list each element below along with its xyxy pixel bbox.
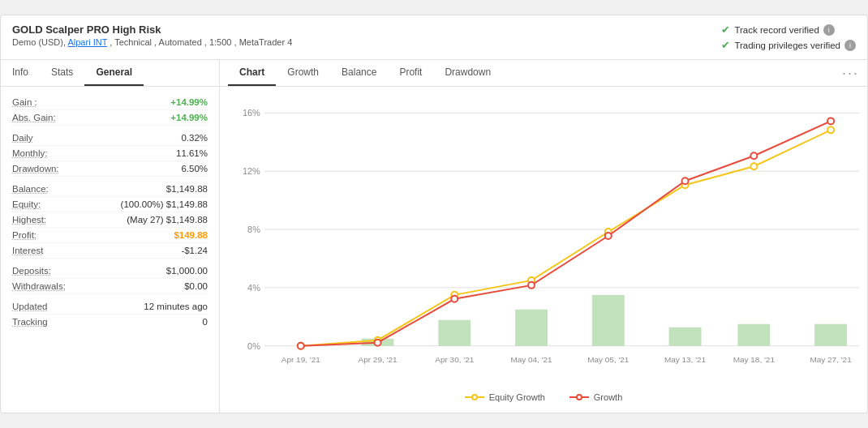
svg-text:May 18, '21: May 18, '21 bbox=[733, 355, 776, 364]
equity-label: Equity: bbox=[12, 199, 41, 209]
svg-text:Apr 19, '21: Apr 19, '21 bbox=[281, 355, 320, 364]
gain-value: +14.99% bbox=[170, 97, 208, 107]
svg-point-24 bbox=[827, 126, 834, 133]
stat-gain: Gain : +14.99% bbox=[12, 95, 208, 110]
svg-point-44 bbox=[577, 395, 582, 400]
info-icon-2[interactable]: i bbox=[844, 40, 856, 51]
legend-equity-growth-label: Equity Growth bbox=[489, 392, 545, 402]
balance-label: Balance: bbox=[12, 184, 49, 194]
svg-rect-14 bbox=[669, 327, 702, 346]
subtitle-prefix: Demo (USD), bbox=[12, 37, 66, 47]
deposits-value: $1,000.00 bbox=[166, 266, 208, 276]
legend-equity-growth: Equity Growth bbox=[465, 392, 545, 402]
svg-point-25 bbox=[298, 343, 304, 349]
interest-value: -$1.24 bbox=[181, 246, 208, 255]
left-tabs-bar: Info Stats General bbox=[1, 60, 219, 87]
equity-value: (100.00%) $1,149.88 bbox=[121, 199, 208, 209]
tab-general[interactable]: General bbox=[84, 60, 144, 86]
header-left: GOLD Scalper PRO High Risk Demo (USD), A… bbox=[12, 24, 292, 47]
check-icon-1: ✔ bbox=[721, 24, 730, 36]
stat-monthly: Monthly: 11.61% bbox=[12, 146, 208, 161]
stat-interest: Interest -$1.24 bbox=[12, 243, 208, 259]
svg-point-30 bbox=[682, 178, 689, 184]
header: GOLD Scalper PRO High Risk Demo (USD), A… bbox=[1, 15, 867, 60]
stats-section: Gain : +14.99% Abs. Gain: +14.99% Daily … bbox=[1, 87, 219, 337]
svg-text:0%: 0% bbox=[247, 341, 260, 351]
tab-info[interactable]: Info bbox=[1, 60, 40, 86]
chart-legend: Equity Growth Growth bbox=[228, 389, 859, 409]
chart-tab-chart[interactable]: Chart bbox=[228, 60, 276, 86]
track-record-verified: ✔ Track record verified i bbox=[721, 24, 856, 36]
svg-rect-16 bbox=[814, 324, 847, 346]
svg-text:8%: 8% bbox=[247, 225, 260, 234]
chart-tab-growth[interactable]: Growth bbox=[276, 60, 330, 86]
svg-text:4%: 4% bbox=[247, 283, 260, 293]
svg-point-27 bbox=[451, 296, 458, 302]
drawdown-label: Drawdown: bbox=[12, 164, 59, 173]
trading-privileges-verified: ✔ Trading privileges verified i bbox=[721, 39, 856, 51]
broker-link[interactable]: Alpari INT bbox=[67, 37, 107, 47]
info-icon-1[interactable]: i bbox=[823, 24, 835, 36]
updated-value: 12 minutes ago bbox=[144, 302, 208, 311]
svg-point-32 bbox=[827, 118, 834, 124]
chart-options-button[interactable]: ··· bbox=[842, 66, 859, 80]
svg-point-28 bbox=[528, 282, 535, 289]
main-content: Info Stats General Gain : +14.99% Abs. G… bbox=[1, 60, 867, 413]
svg-rect-13 bbox=[592, 295, 625, 346]
tab-stats[interactable]: Stats bbox=[40, 60, 84, 86]
svg-text:May 27, '21: May 27, '21 bbox=[810, 355, 852, 364]
monthly-value: 11.61% bbox=[176, 148, 208, 158]
chart-area: 0% 4% 8% 12% 16% bbox=[220, 87, 867, 413]
legend-growth: Growth bbox=[569, 392, 622, 402]
abs-gain-value: +14.99% bbox=[170, 113, 208, 122]
stat-profit: Profit: $149.88 bbox=[12, 228, 208, 243]
svg-text:May 04, '21: May 04, '21 bbox=[510, 355, 552, 364]
left-panel: Info Stats General Gain : +14.99% Abs. G… bbox=[1, 60, 220, 413]
stat-drawdown: Drawdown: 6.50% bbox=[12, 161, 208, 177]
svg-point-29 bbox=[605, 233, 612, 239]
svg-point-26 bbox=[375, 340, 381, 346]
svg-rect-11 bbox=[438, 320, 471, 346]
check-icon-2: ✔ bbox=[721, 39, 730, 51]
stat-abs-gain: Abs. Gain: +14.99% bbox=[12, 110, 208, 126]
right-panel: Chart Growth Balance Profit Drawdown ··· bbox=[220, 60, 867, 413]
chart-tab-balance[interactable]: Balance bbox=[330, 60, 388, 86]
tracking-label: Tracking bbox=[12, 317, 48, 327]
chart-tab-drawdown[interactable]: Drawdown bbox=[433, 60, 502, 86]
trading-privileges-label: Trading privileges verified bbox=[734, 41, 840, 50]
withdrawals-label: Withdrawals: bbox=[12, 281, 66, 291]
stat-withdrawals: Withdrawals: $0.00 bbox=[12, 279, 208, 294]
daily-value: 0.32% bbox=[181, 133, 208, 143]
svg-text:May 13, '21: May 13, '21 bbox=[664, 355, 707, 364]
abs-gain-label: Abs. Gain: bbox=[12, 113, 56, 122]
svg-text:12%: 12% bbox=[243, 166, 260, 176]
svg-text:Apr 30, '21: Apr 30, '21 bbox=[435, 355, 474, 364]
svg-point-42 bbox=[472, 395, 477, 400]
account-title: GOLD Scalper PRO High Risk bbox=[12, 24, 292, 36]
balance-value: $1,149.88 bbox=[166, 184, 208, 194]
chart-tab-profit[interactable]: Profit bbox=[388, 60, 433, 86]
svg-text:May 05, '21: May 05, '21 bbox=[587, 355, 630, 364]
legend-equity-growth-line bbox=[465, 392, 484, 402]
subtitle-rest: , Technical , Automated , 1:500 , MetaTr… bbox=[110, 37, 292, 47]
svg-point-23 bbox=[750, 163, 757, 169]
chart-tabs-bar: Chart Growth Balance Profit Drawdown ··· bbox=[220, 60, 867, 87]
svg-text:16%: 16% bbox=[243, 108, 260, 118]
stat-deposits: Deposits: $1,000.00 bbox=[12, 263, 208, 279]
profit-label: Profit: bbox=[12, 230, 37, 240]
svg-rect-15 bbox=[737, 324, 770, 346]
monthly-label: Monthly: bbox=[12, 148, 47, 158]
svg-rect-12 bbox=[515, 310, 548, 346]
highest-label: Highest: bbox=[12, 215, 46, 225]
svg-point-31 bbox=[750, 152, 757, 159]
svg-text:Apr 29, '21: Apr 29, '21 bbox=[359, 355, 397, 364]
highest-value: (May 27) $1,149.88 bbox=[127, 215, 208, 225]
interest-label: Interest bbox=[12, 246, 43, 255]
profit-value: $149.88 bbox=[174, 230, 208, 240]
stat-equity: Equity: (100.00%) $1,149.88 bbox=[12, 197, 208, 212]
stat-updated: Updated 12 minutes ago bbox=[12, 299, 208, 315]
legend-growth-label: Growth bbox=[594, 392, 622, 402]
deposits-label: Deposits: bbox=[12, 266, 51, 276]
account-subtitle: Demo (USD), Alpari INT , Technical , Aut… bbox=[12, 37, 292, 47]
legend-growth-line bbox=[569, 392, 589, 402]
